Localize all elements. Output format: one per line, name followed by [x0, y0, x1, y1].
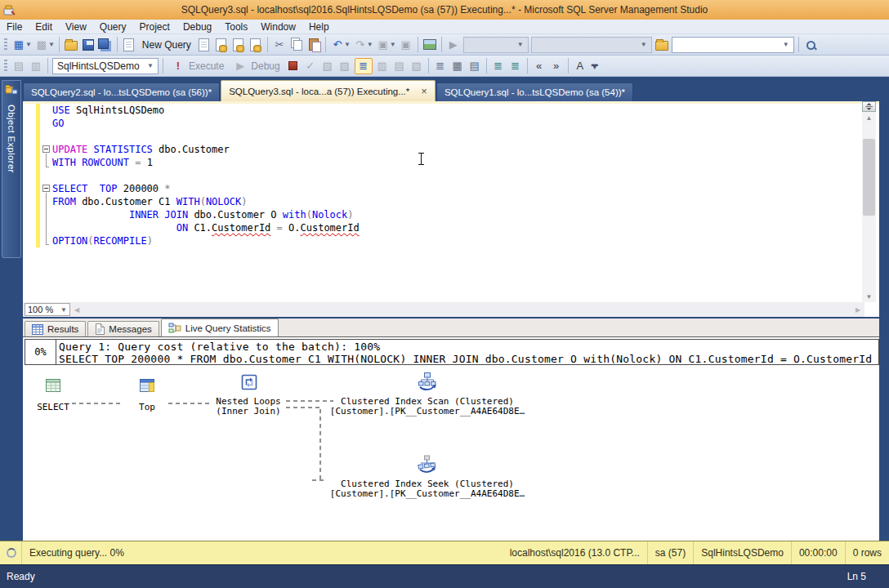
scroll-up-icon[interactable]: ▲: [862, 112, 876, 123]
editor-horizontal-scrollbar[interactable]: 100 % ▼ ◀ ▶: [23, 302, 879, 317]
zoom-combo[interactable]: 100 % ▼: [25, 303, 70, 316]
index-seek-icon[interactable]: [417, 454, 438, 477]
cut-icon[interactable]: ✂: [272, 38, 287, 52]
browse-folder-icon[interactable]: [654, 38, 669, 52]
toolbar-overflow-button[interactable]: ▬▼: [590, 63, 600, 69]
xmla-query-icon[interactable]: [248, 38, 263, 52]
code-line[interactable]: FROM dbo.Customer C1 WITH(NOLOCK): [52, 195, 360, 208]
top-icon[interactable]: [138, 376, 156, 398]
new-project-icon[interactable]: ▦: [11, 38, 26, 52]
document-tab-3[interactable]: SQLQuery1.sql - lo...tsLQSDemo (sa (54))…: [436, 82, 633, 101]
include-client-statistics-icon[interactable]: ▥: [375, 59, 390, 74]
menu-project[interactable]: Project: [133, 20, 176, 33]
toolbar-grip[interactable]: [4, 60, 7, 73]
plan-node-label[interactable]: Top: [139, 403, 155, 412]
menu-debug[interactable]: Debug: [176, 20, 218, 33]
paste-icon[interactable]: [306, 38, 321, 52]
code-line[interactable]: UPDATE STATISTICS dbo.Customer: [52, 143, 360, 156]
plan-node-label[interactable]: [Customer].[PK__Customer__A4AE64D8E…: [330, 407, 525, 416]
results-to-text-icon[interactable]: ≣: [433, 59, 448, 74]
find-in-files-icon[interactable]: [803, 38, 818, 52]
code-line[interactable]: OPTION(RECOMPILE): [52, 234, 360, 247]
results-to-file-icon[interactable]: ▤: [467, 59, 482, 74]
menu-tools[interactable]: Tools: [218, 20, 254, 33]
save-icon[interactable]: [81, 38, 96, 52]
copy-icon[interactable]: [289, 38, 304, 52]
new-query-button[interactable]: New Query: [139, 36, 194, 54]
tab-live-query-statistics[interactable]: Live Query Statistics: [161, 318, 279, 336]
intellisense-enabled-icon[interactable]: ▧: [409, 59, 424, 74]
add-item-icon[interactable]: ▩: [34, 38, 49, 52]
connect-icon[interactable]: ▤: [11, 59, 26, 74]
code-line[interactable]: WITH ROWCOUNT = 1: [52, 156, 360, 169]
comment-selection-icon[interactable]: ≣: [491, 59, 506, 74]
change-connection-icon[interactable]: ▥: [29, 59, 43, 74]
sql-editor[interactable]: USE SqlHintsLQSDemoGOUPDATE STATISTICS d…: [23, 101, 879, 317]
execution-plan-canvas[interactable]: SELECTTopNested Loops(Inner Join)Cluster…: [23, 365, 879, 541]
code-line[interactable]: [52, 169, 360, 182]
code-line[interactable]: GO: [52, 117, 360, 130]
plan-node-label[interactable]: SELECT: [37, 403, 69, 412]
solution-configurations-combo[interactable]: ▼: [463, 37, 529, 53]
include-actual-plan-icon[interactable]: ▤: [392, 59, 407, 74]
query-designer-icon[interactable]: ▨: [337, 59, 352, 74]
index-scan-icon[interactable]: [418, 372, 437, 394]
stop-icon[interactable]: [286, 59, 301, 74]
available-databases-combo[interactable]: SqlHintsLQSDemo▼: [52, 58, 159, 74]
collapse-region-icon[interactable]: [42, 145, 50, 153]
menu-help[interactable]: Help: [302, 20, 336, 33]
activity-monitor-icon[interactable]: [422, 38, 437, 52]
collapse-region-icon[interactable]: [42, 185, 50, 192]
open-file-icon[interactable]: [64, 38, 78, 52]
editor-vertical-scrollbar[interactable]: ▲ ▼: [862, 101, 876, 302]
solution-platforms-combo[interactable]: ▼: [531, 37, 652, 53]
select-icon[interactable]: [44, 376, 62, 398]
tab-results[interactable]: Results: [25, 321, 86, 336]
code-line[interactable]: USE SqlHintsLQSDemo: [52, 104, 360, 117]
vertical-scroll-thumb[interactable]: [863, 139, 875, 216]
uncomment-selection-icon[interactable]: ≣: [508, 59, 523, 74]
live-query-statistics-toggle[interactable]: ≣: [355, 58, 373, 74]
object-explorer-tab[interactable]: Object Explorer: [2, 80, 21, 258]
redo-icon[interactable]: ↷: [353, 38, 368, 52]
close-icon[interactable]: ×: [421, 87, 427, 96]
tab-messages[interactable]: Messages: [87, 321, 159, 336]
code-line[interactable]: [52, 130, 360, 143]
nested-loops-icon[interactable]: [239, 372, 259, 395]
navigate-back-icon[interactable]: ▣: [376, 38, 391, 52]
menu-view[interactable]: View: [59, 20, 93, 33]
menu-window[interactable]: Window: [254, 20, 302, 33]
code-area[interactable]: USE SqlHintsLQSDemoGOUPDATE STATISTICS d…: [52, 104, 360, 247]
plan-node-label[interactable]: [Customer].[PK__Customer__A4AE64D8E…: [330, 489, 525, 499]
code-line[interactable]: ON C1.CustomerId = O.CustomerId: [52, 221, 360, 234]
dmx-query-icon[interactable]: [231, 38, 246, 52]
code-line[interactable]: INNER JOIN dbo.Customer O with(Nolock): [52, 208, 360, 221]
database-engine-query-icon[interactable]: [197, 38, 212, 52]
find-combo[interactable]: ▼: [672, 37, 794, 53]
scroll-down-icon[interactable]: ▼: [862, 291, 876, 302]
toolbar-grip[interactable]: [4, 38, 7, 51]
sqlcmd-mode-icon[interactable]: A: [573, 59, 587, 74]
results-to-grid-icon[interactable]: ▦: [450, 59, 465, 74]
display-estimated-plan-icon[interactable]: ▧: [320, 59, 335, 74]
new-query-icon[interactable]: [122, 38, 136, 52]
save-all-icon[interactable]: [98, 38, 113, 52]
debug-button[interactable]: ▶Debug: [230, 57, 283, 75]
scroll-left-icon[interactable]: ◀: [70, 306, 83, 314]
splitter-handle[interactable]: [862, 101, 876, 112]
plan-node-label[interactable]: (Inner Join): [216, 407, 280, 416]
increase-indent-icon[interactable]: »: [549, 59, 564, 74]
code-line[interactable]: SELECT TOP 200000 *: [52, 182, 360, 195]
scroll-right-icon[interactable]: ▶: [851, 306, 864, 314]
menu-file[interactable]: File: [0, 20, 29, 33]
document-tab-2[interactable]: SQLQuery3.sql - loca...a (57)) Executing…: [221, 80, 436, 101]
save-shortcut-icon[interactable]: ▣: [399, 38, 413, 52]
menu-edit[interactable]: Edit: [29, 20, 59, 33]
execute-button[interactable]: !Execute: [168, 57, 227, 75]
menu-query[interactable]: Query: [93, 20, 133, 33]
document-tab-1[interactable]: SQLQuery2.sql - lo...tsLQSDemo (sa (56))…: [23, 82, 220, 101]
start-debug-icon[interactable]: ▶: [446, 38, 461, 52]
decrease-indent-icon[interactable]: «: [532, 59, 547, 74]
parse-icon[interactable]: ✓: [303, 59, 318, 74]
undo-icon[interactable]: ↶: [330, 38, 345, 52]
